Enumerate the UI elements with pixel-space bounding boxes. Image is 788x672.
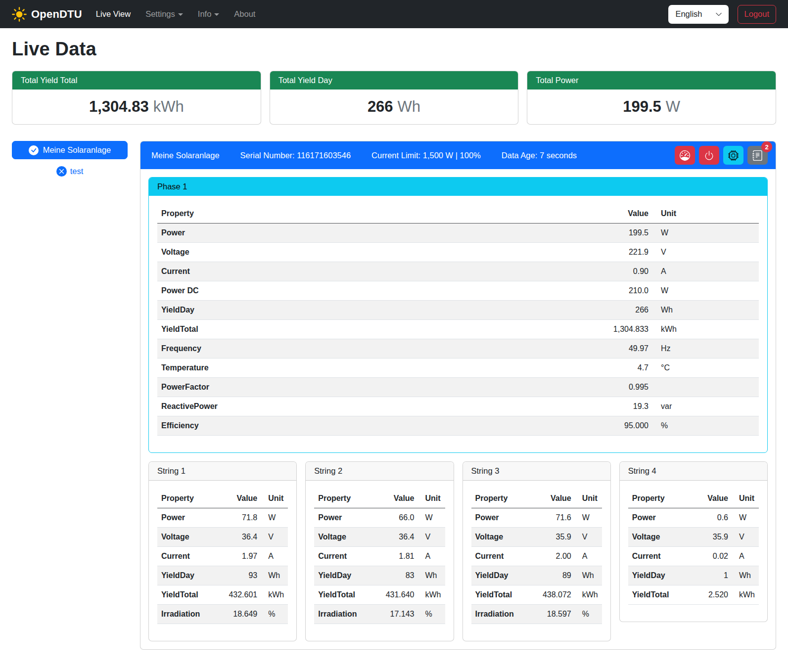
row-property: Irradiation [157,605,222,624]
nav-item-live-view[interactable]: Live View [96,9,131,19]
strings-row: String 1 Property Value Unit [148,461,768,641]
row-value: 4.7 [593,358,652,378]
row-unit: A [261,547,288,566]
table-row: YieldTotal1,304.833kWh [157,320,759,339]
string-title: String 3 [463,462,610,481]
row-value: 71.8 [222,508,261,528]
row-value: 93 [222,566,261,585]
column-header-unit: Unit [418,489,445,508]
row-value: 36.4 [222,528,261,547]
column-header-unit: Unit [732,489,759,508]
string-4-table: Property Value Unit Power0.6W Voltage35.… [628,489,759,605]
row-property: Irradiation [471,605,536,624]
row-property: YieldTotal [157,320,593,339]
table-row: YieldDay93Wh [157,566,288,585]
row-unit: kWh [418,585,445,605]
nav-item-about[interactable]: About [234,9,255,19]
row-property: Voltage [471,528,536,547]
journal-text-icon [752,150,763,161]
card-unit: kWh [153,98,184,115]
event-count-badge: 2 [761,141,772,152]
inverter-select-active-button[interactable]: Meine Solaranlage [12,141,128,159]
row-unit: % [418,605,445,624]
row-unit: kWh [575,585,602,605]
row-value: 19.3 [593,397,652,416]
row-property: Voltage [628,528,693,547]
power-button[interactable] [699,146,719,165]
table-row: YieldDay266Wh [157,301,759,320]
phase-table: Property Value Unit Power199.5W Voltage2… [157,204,759,436]
row-value: 89 [536,566,575,585]
row-value: 0.6 [693,508,732,528]
table-row: YieldTotal432.601kWh [157,585,288,605]
table-row: Power71.8W [157,508,288,528]
row-value: 2.520 [693,585,732,605]
row-unit: % [652,416,759,436]
row-property: YieldDay [471,566,536,585]
nav-links: Live View Settings Info About [96,9,256,19]
row-unit: V [652,243,759,262]
device-info-button[interactable] [723,146,743,165]
table-row: Power0.6W [628,508,759,528]
row-property: YieldDay [314,566,378,585]
event-log-button[interactable]: 2 [747,146,768,165]
nav-item-settings[interactable]: Settings [145,9,183,19]
row-value: 17.143 [379,605,418,624]
row-property: Voltage [157,243,593,262]
table-row: YieldTotal2.520kWh [628,585,759,605]
row-unit: kWh [261,585,288,605]
row-value: 35.9 [693,528,732,547]
language-select[interactable]: English [668,5,728,24]
row-property: YieldTotal [314,585,378,605]
speedometer-icon [680,150,690,161]
column-header-value: Value [536,489,575,508]
row-unit: W [652,281,759,301]
logout-button[interactable]: Logout [738,5,776,24]
row-property: Current [471,547,536,566]
row-unit: W [418,508,445,528]
nav-item-info[interactable]: Info [198,9,220,19]
table-row: Temperature4.7°C [157,358,759,378]
card-title: Total Yield Day [270,71,518,90]
row-value: 71.6 [536,508,575,528]
row-property: Current [157,547,222,566]
table-row: YieldTotal431.640kWh [314,585,445,605]
column-header-value: Value [222,489,261,508]
nav-item-label: Settings [145,9,175,19]
chevron-down-icon [715,11,722,18]
row-unit: A [418,547,445,566]
table-row: Frequency49.97Hz [157,339,759,358]
total-yield-day-card: Total Yield Day 266Wh [270,71,519,125]
row-unit: kWh [732,585,759,605]
row-value: 0.90 [593,262,652,281]
row-property: YieldTotal [471,585,536,605]
inverter-select-label: test [70,167,84,176]
inverter-card: Meine Solaranlage Serial Number: 1161716… [140,141,776,650]
inverter-actions: 2 [675,146,768,165]
limit-settings-button[interactable] [675,146,695,165]
table-row: Voltage36.4V [314,528,445,547]
row-value: 95.000 [593,416,652,436]
row-property: Power [157,224,593,243]
row-property: YieldTotal [628,585,693,605]
row-unit: V [732,528,759,547]
row-value: 35.9 [536,528,575,547]
string-2-card: String 2 Property Value Unit [305,461,454,641]
card-title: Total Yield Total [12,71,261,90]
brand[interactable]: OpenDTU [12,7,82,22]
row-unit: W [575,508,602,528]
row-property: Power [628,508,693,528]
table-row: Voltage35.9V [471,528,602,547]
brand-name: OpenDTU [31,8,82,21]
language-selected-value: English [675,9,702,19]
row-value: 199.5 [593,224,652,243]
row-unit: Wh [652,301,759,320]
row-unit: Wh [261,566,288,585]
inverter-current-limit: Current Limit: 1,500 W | 100% [371,151,481,160]
row-property: Temperature [157,358,593,378]
inverter-select-inactive-button[interactable]: test [12,166,128,177]
table-row: Current0.02A [628,547,759,566]
string-title: String 4 [620,462,767,481]
table-row: Irradiation17.143% [314,605,445,624]
row-value: 1 [693,566,732,585]
